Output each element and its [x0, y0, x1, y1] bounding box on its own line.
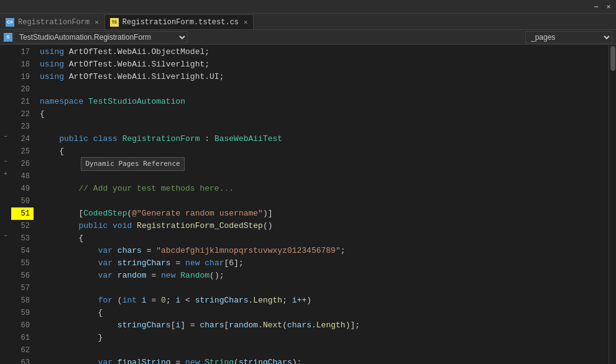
code-line-48: [37, 170, 609, 183]
code-line-49: // Add your test methods here...: [37, 183, 609, 195]
breadcrumb-bar: S TestStudioAutomation.RegistrationForm …: [0, 30, 616, 45]
ln-48: 48: [11, 170, 34, 183]
line-numbers: 17 18 19 20 21 22 23 24 25 26 48 49 50 5…: [11, 45, 37, 364]
solution-icon: S: [4, 33, 12, 42]
vertical-scrollbar[interactable]: [609, 45, 616, 364]
ln-59: 59: [11, 307, 34, 319]
fold-hint[interactable]: Dynamic Pages Reference: [81, 157, 184, 171]
tab-close-icon[interactable]: ✕: [94, 18, 99, 26]
collapse-fold-icon[interactable]: +: [2, 170, 9, 178]
collapse-namespace-icon[interactable]: −: [2, 133, 9, 140]
ln-21: 21: [11, 96, 34, 108]
code-line-59: {: [37, 307, 609, 319]
ln-50: 50: [11, 195, 34, 207]
ln-49: 49: [11, 183, 34, 195]
code-line-55: var stringChars = new char[6];: [37, 257, 609, 270]
code-line-56: var random = new Random();: [37, 270, 609, 282]
ln-55: 55: [11, 257, 34, 270]
code-line-52: public void RegistrationForm_CodedStep(): [37, 220, 609, 232]
code-line-54: var chars = "abcdefghijklmnopqrstuvwxyz0…: [37, 245, 609, 257]
ln-24: 24: [11, 133, 34, 145]
ln-62: 62: [11, 344, 34, 357]
breadcrumb-right: _pages: [525, 31, 612, 43]
ln-54: 54: [11, 245, 34, 257]
left-margin: − − + −: [0, 45, 11, 364]
scrollbar-thumb[interactable]: [610, 46, 615, 71]
collapse-class-icon[interactable]: −: [2, 158, 9, 165]
code-line-19: using ArtOfTest.WebAii.Silverlight.UI;: [37, 71, 609, 83]
ts-file-icon: TS: [110, 18, 119, 27]
code-line-57: [37, 282, 609, 294]
ln-52: 52: [11, 220, 34, 232]
editor-area: − − + − 17 18 19 20 21 22 23 24 25 26 48…: [0, 45, 616, 364]
ln-18: 18: [11, 58, 34, 71]
ln-19: 19: [11, 71, 34, 83]
scope-dropdown[interactable]: _pages: [525, 31, 612, 43]
code-line-18: using ArtOfTest.WebAii.Silverlight;: [37, 58, 609, 71]
overflow-button[interactable]: ⋯: [591, 2, 601, 12]
close-button[interactable]: ✕: [604, 2, 614, 12]
code-line-21: namespace TestStudioAutomation: [37, 96, 609, 108]
tab-registrationform[interactable]: C# RegistrationForm ✕: [0, 14, 104, 29]
tab-label-active: RegistrationForm.tstest.cs: [122, 18, 239, 27]
code-line-25: {: [37, 145, 609, 158]
tab-close-active-icon[interactable]: ✕: [244, 18, 248, 26]
tab-tstest[interactable]: TS RegistrationForm.tstest.cs ✕: [104, 14, 254, 29]
breadcrumb-left: S TestStudioAutomation.RegistrationForm: [4, 31, 525, 43]
code-line-58: for (int i = 0; i < stringChars.Length; …: [37, 294, 609, 307]
ln-63: 63: [11, 357, 34, 364]
tab-bar: C# RegistrationForm ✕ TS RegistrationFor…: [0, 14, 616, 30]
ln-61: 61: [11, 332, 34, 344]
collapse-method-icon[interactable]: −: [2, 232, 9, 240]
code-line-62: [37, 344, 609, 357]
reg-file-icon: C#: [6, 18, 14, 27]
code-line-50: [37, 195, 609, 207]
ln-20: 20: [11, 83, 34, 96]
ln-22: 22: [11, 108, 34, 121]
code-line-24: public class RegistrationForm : BaseWebA…: [37, 133, 609, 145]
ln-60: 60: [11, 319, 34, 332]
code-line-51: [CodedStep(@"Generate random username")]: [37, 207, 609, 220]
ln-26: 26: [11, 158, 34, 170]
code-line-17: using ArtOfTest.WebAii.ObjectModel;: [37, 46, 609, 58]
ln-58: 58: [11, 294, 34, 307]
title-bar: ⋯ ✕: [0, 0, 616, 14]
code-line-22: {: [37, 108, 609, 121]
ln-57: 57: [11, 282, 34, 294]
ln-17: 17: [11, 46, 34, 58]
code-line-26: Dynamic Pages Reference: [37, 158, 609, 170]
code-content: using ArtOfTest.WebAii.ObjectModel; usin…: [37, 45, 609, 364]
breadcrumb-dropdown[interactable]: TestStudioAutomation.RegistrationForm: [14, 31, 188, 43]
title-bar-controls: ⋯ ✕: [591, 2, 616, 12]
ln-23: 23: [11, 121, 34, 133]
code-line-53: {: [37, 232, 609, 245]
tab-label: RegistrationForm: [18, 18, 90, 27]
code-line-61: }: [37, 332, 609, 344]
code-line-20: [37, 83, 609, 96]
code-line-60: stringChars[i] = chars[random.Next(chars…: [37, 319, 609, 332]
ln-25: 25: [11, 145, 34, 158]
code-line-23: [37, 121, 609, 133]
ln-51: 51: [11, 207, 34, 220]
ln-56: 56: [11, 270, 34, 282]
ln-53: 53: [11, 232, 34, 245]
code-line-63: var finalString = new String(stringChars…: [37, 357, 609, 364]
